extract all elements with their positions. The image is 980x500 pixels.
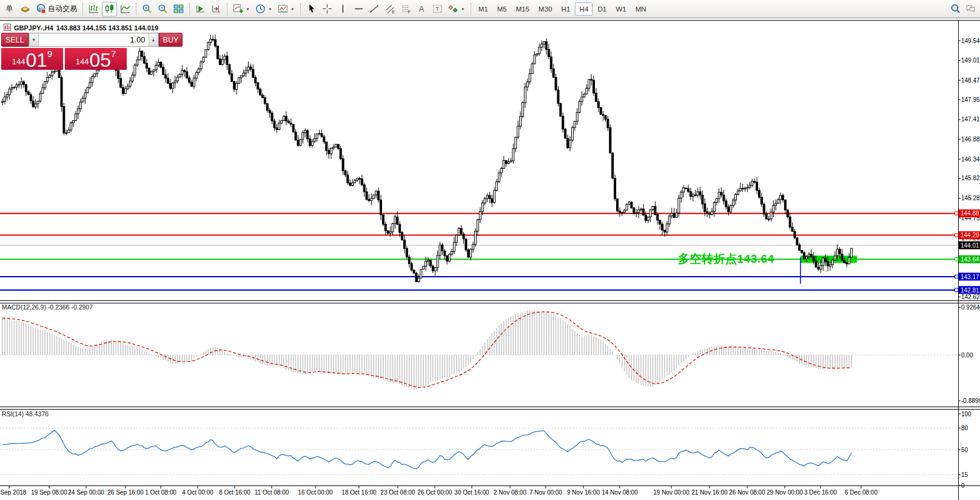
timeframe-m1-button[interactable]: M1 [474, 2, 492, 16]
zoom-in-icon [142, 4, 152, 14]
price-axis-label: 146.34 [961, 156, 980, 163]
dropdown-caret-icon[interactable]: ▼ [461, 7, 465, 11]
chart-title: GBPJPY-,H4 143.883 144.155 143.851 144.0… [4, 24, 158, 32]
clock-icon [255, 4, 266, 14]
volume-input[interactable] [39, 33, 149, 46]
periods-button[interactable]: ▼ [253, 2, 275, 16]
templates-button[interactable]: ▼ [275, 2, 297, 16]
timeframe-d1-button[interactable]: D1 [593, 2, 611, 16]
time-axis-label: 14 Nov 08:00 [602, 489, 638, 496]
time-axis-label: 7 Nov 00:00 [529, 489, 562, 496]
timeframe-w1-button[interactable]: W1 [611, 2, 630, 16]
price-axis-label: 142.62 [961, 294, 980, 300]
tile-windows-icon [173, 4, 184, 14]
time-axis-label: 21 Nov 16:00 [691, 489, 728, 496]
line-anchor-square[interactable] [955, 258, 959, 262]
time-axis-label: 2 Nov 08:00 [494, 489, 526, 496]
macd-histogram [2, 311, 851, 390]
time-axis-label: 16 Oct 00:00 [298, 489, 333, 496]
timeframe-mn-button[interactable]: MN [631, 2, 651, 16]
buy-button[interactable]: BUY [159, 33, 183, 47]
cursor-button[interactable] [304, 2, 319, 16]
tile-windows-button[interactable] [171, 2, 186, 16]
dropdown-caret-icon[interactable]: ▼ [246, 7, 250, 11]
indicators-icon [233, 4, 243, 14]
chat-button[interactable] [963, 2, 978, 16]
dropdown-caret-icon[interactable]: ▼ [268, 7, 272, 11]
vline-icon [338, 4, 348, 14]
rsi-indicator-label: RSI(14) 48.4376 [2, 410, 49, 417]
sell-button[interactable]: SELL [1, 33, 29, 47]
zoom-out-icon [158, 4, 168, 14]
price-axis-label: 145.28 [961, 195, 980, 201]
buy-price-box[interactable]: 144057 [65, 48, 127, 70]
toolbar: 单自动交易▼▼▼EFAT▼M1M5M15M30H1H4D1W1MN [0, 0, 980, 18]
template-icon [278, 4, 288, 14]
price-axis-label: 149.54 [961, 38, 980, 44]
rsi-name: RSI(14) [2, 410, 24, 417]
chart-shift-button[interactable] [209, 2, 224, 16]
fibonacci-button[interactable]: F [398, 2, 414, 16]
trendline-button[interactable] [367, 2, 382, 16]
bar-chart-type-button[interactable] [86, 2, 101, 16]
time-axis-label: 6 Dec 08:00 [845, 489, 878, 496]
crosshair-button[interactable] [320, 2, 335, 16]
rsi-axis-label: 100 [961, 411, 972, 417]
time-axis-label: 19 Nov 00:00 [653, 489, 690, 496]
time-axis-label: 8 Oct 16:00 [219, 489, 250, 496]
sell-price-box[interactable]: 144019 [1, 48, 63, 70]
line-anchor-square[interactable] [955, 288, 959, 292]
time-axis-label: 4 Oct 00:00 [182, 489, 213, 496]
new-chart-button[interactable] [18, 2, 33, 16]
line-anchor-square[interactable] [955, 234, 959, 237]
text-label-button[interactable]: T [430, 2, 445, 16]
autotrading-button[interactable]: 自动交易 [33, 2, 79, 16]
arrows-button[interactable]: ▼ [446, 2, 468, 16]
price-axis-label: 147.41 [961, 116, 980, 123]
line-anchor-square[interactable] [955, 212, 959, 215]
zoom-in-button[interactable] [139, 2, 155, 16]
svg-text:T: T [435, 5, 439, 12]
line-chart-icon [120, 4, 130, 14]
toolbar-separator [189, 3, 190, 15]
text-a-icon: A [417, 4, 427, 14]
search-button[interactable] [948, 2, 963, 16]
time-axis-label: 29 Nov 00:00 [767, 489, 803, 496]
volume-increase-button[interactable]: ▲ [149, 33, 158, 46]
line-chart-type-button[interactable] [118, 2, 133, 16]
channel-icon: E [385, 4, 395, 14]
chart-canvas[interactable]: 多空转折点143.64149.54149.01148.47147.95147.4… [0, 19, 980, 500]
time-axis-label: 26 Nov 08:00 [729, 489, 765, 496]
volume-decrease-button[interactable]: ▼ [29, 33, 39, 46]
price-badge-label: 144.01 [961, 242, 979, 249]
channel-button[interactable]: E [383, 2, 398, 16]
auto-scroll-button[interactable] [193, 2, 208, 16]
svg-text:A: A [419, 4, 425, 13]
fibo-icon: F [401, 4, 411, 14]
chat-icon [965, 4, 976, 14]
zoom-out-button[interactable] [155, 2, 170, 16]
time-axis-label: 11 Oct 08:00 [255, 489, 289, 496]
timeframe-m30-button[interactable]: M30 [534, 2, 556, 16]
price-badge-label: 144.29 [961, 232, 979, 238]
vertical-line-button[interactable] [335, 2, 351, 16]
timeframe-h1-button[interactable]: H1 [557, 2, 574, 16]
timeframe-m15-button[interactable]: M15 [512, 2, 534, 16]
time-axis-label: 18 Oct 16:00 [341, 489, 377, 496]
toolbar-right-group [948, 2, 978, 16]
new-order-button-label: 单 [6, 4, 13, 14]
rsi-value: 48.4376 [25, 410, 49, 417]
time-axis: 14 Sep 201819 Sep 08:0024 Sep 00:0026 Se… [0, 486, 878, 496]
candlestick-chart-type-button[interactable] [102, 2, 117, 16]
new-order-button[interactable]: 单 [2, 2, 17, 16]
line-anchor-square[interactable] [955, 275, 959, 279]
time-axis-label: 1 Oct 08:00 [145, 489, 176, 496]
horizontal-line-button[interactable] [351, 2, 366, 16]
timeframe-m5-button[interactable]: M5 [493, 2, 511, 16]
timeframe-h4-button[interactable]: H4 [575, 2, 592, 16]
text-button[interactable]: A [414, 2, 429, 16]
macd-values: -0.2366 -0.2907 [48, 303, 93, 311]
indicators-button[interactable]: ▼ [230, 2, 252, 16]
dropdown-caret-icon[interactable]: ▼ [290, 7, 295, 11]
svg-text:F: F [408, 10, 411, 14]
